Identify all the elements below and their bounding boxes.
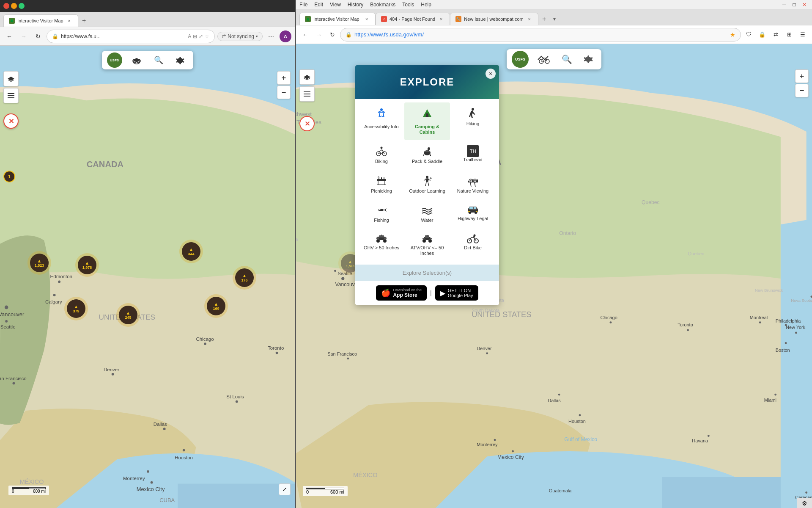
explore-item-hiking[interactable]: Hiking bbox=[450, 102, 496, 140]
zoom-in-left[interactable]: + bbox=[277, 71, 291, 85]
list-side-btn-right[interactable] bbox=[299, 86, 315, 102]
window-controls-right: ─ □ ✕ bbox=[780, 1, 809, 8]
left-map-toolbar: USFS bbox=[102, 51, 193, 69]
tab-1-label: 404 - Page Not Found bbox=[390, 17, 435, 22]
menu-edit[interactable]: Edit bbox=[314, 2, 323, 8]
shield-btn[interactable]: 🛡 bbox=[743, 29, 754, 41]
cluster-176[interactable]: ▲ 176 bbox=[233, 266, 256, 290]
minimize-window-btn[interactable] bbox=[11, 3, 17, 9]
layers-side-btn-right[interactable] bbox=[299, 69, 315, 85]
explore-item-outdoor-learning[interactable]: Outdoor Learning bbox=[404, 170, 450, 199]
tab-2-close[interactable]: × bbox=[526, 16, 533, 22]
tab-overflow-btn[interactable]: ▾ bbox=[550, 13, 559, 25]
layers-icon-left[interactable] bbox=[129, 52, 144, 68]
right-address-bar[interactable]: 🔒 https://www.fs.usda.gov/ivm/ ★ bbox=[340, 28, 741, 41]
explore-item-camping[interactable]: Camping & Cabins bbox=[404, 102, 450, 140]
menu-history[interactable]: History bbox=[348, 2, 363, 8]
cluster-1978[interactable]: ▲ 1,978 bbox=[75, 253, 99, 277]
tab-1-close[interactable]: × bbox=[438, 16, 444, 22]
sync-badge[interactable]: ⇄ Not syncing ▾ bbox=[217, 32, 263, 41]
cluster-169[interactable]: ▲ 169 bbox=[204, 294, 228, 318]
explore-item-nature-viewing[interactable]: Nature Viewing bbox=[450, 170, 496, 199]
settings-icon-left[interactable] bbox=[173, 52, 188, 68]
app-store-btn[interactable]: 🍎 Download on the App Store bbox=[376, 285, 427, 301]
reload-btn[interactable]: ↻ bbox=[32, 30, 44, 42]
explore-item-biking[interactable]: Biking bbox=[359, 140, 404, 169]
menu-tools[interactable]: Tools bbox=[402, 2, 414, 8]
restore-btn-right[interactable]: □ bbox=[790, 1, 798, 8]
right-zoom-controls: + − bbox=[795, 69, 809, 97]
zoom-in-right[interactable]: + bbox=[795, 69, 809, 83]
svg-point-69 bbox=[334, 270, 336, 272]
profile-btn-left[interactable]: A bbox=[280, 30, 291, 42]
cluster-379[interactable]: ▲ 379 bbox=[64, 297, 88, 320]
menu-file[interactable]: File bbox=[299, 2, 307, 8]
atv-svg bbox=[421, 233, 433, 243]
search-icon-left[interactable]: 🔍 bbox=[151, 52, 166, 68]
pack-saddle-label: Pack & Saddle bbox=[412, 159, 442, 164]
search-icon-right[interactable]: 🔍 bbox=[559, 52, 574, 67]
cluster-245[interactable]: ▲ 245 bbox=[116, 303, 140, 327]
minimize-btn-right[interactable]: ─ bbox=[780, 1, 788, 8]
explore-item-trailhead[interactable]: TH Trailhead bbox=[450, 140, 496, 169]
explore-item-ohv[interactable]: OHV > 50 Inches bbox=[359, 228, 404, 261]
accessibility-label: Accessibility Info bbox=[364, 124, 398, 130]
explore-item-accessibility[interactable]: Accessibility Info bbox=[359, 102, 404, 140]
svg-text:Guatemala: Guatemala bbox=[549, 488, 572, 493]
list-side-btn[interactable] bbox=[3, 88, 19, 103]
explore-item-fishing[interactable]: Fishing bbox=[359, 199, 404, 228]
right-tab-2[interactable]: 🔧 New Issue | webcompat.com × bbox=[450, 13, 538, 25]
forward-btn[interactable]: → bbox=[18, 30, 30, 42]
left-new-tab-btn[interactable]: + bbox=[78, 15, 90, 27]
left-active-tab[interactable]: 🌲 Interactive Visitor Map × bbox=[3, 14, 78, 27]
right-tab-1[interactable]: ⚠ 404 - Page Not Found × bbox=[376, 13, 450, 25]
explore-item-atv[interactable]: ATV/OHV <= 50 Inches bbox=[404, 228, 450, 261]
right-tab-0[interactable]: 🌲 Interactive Visitor Map × bbox=[299, 13, 376, 25]
forward-btn-right[interactable]: → bbox=[313, 29, 325, 41]
layers-side-btn[interactable] bbox=[3, 71, 19, 86]
settings-btn-right[interactable]: ⚙ bbox=[797, 498, 812, 508]
close-window-btn[interactable] bbox=[3, 3, 9, 9]
back-btn[interactable]: ← bbox=[3, 30, 15, 42]
left-tab-close[interactable]: × bbox=[66, 17, 73, 24]
explore-close-btn[interactable]: × bbox=[486, 69, 496, 79]
outdoor-learning-icon bbox=[421, 175, 433, 188]
cluster-344[interactable]: ▲ 344 bbox=[179, 240, 203, 263]
address-bar[interactable]: 🔒 https://www.fs.u... A ⊞ ⤢ ☆ bbox=[47, 30, 215, 43]
reload-btn-right[interactable]: ↻ bbox=[326, 29, 338, 41]
right-new-tab-btn[interactable]: + bbox=[538, 13, 550, 25]
close-map-right[interactable]: ✕ bbox=[299, 116, 315, 131]
svg-point-101 bbox=[774, 394, 776, 396]
close-btn-right[interactable]: ✕ bbox=[800, 1, 809, 8]
explore-selection-btn[interactable]: Explore Selection(s) bbox=[403, 270, 452, 276]
zoom-out-left[interactable]: − bbox=[277, 86, 291, 99]
more-btn-left[interactable]: ⋯ bbox=[265, 30, 277, 42]
hamburger-btn[interactable]: ☰ bbox=[797, 29, 809, 41]
close-map-left[interactable]: ✕ bbox=[3, 113, 19, 129]
explore-item-water[interactable]: Water bbox=[404, 199, 450, 228]
explore-item-pack-saddle[interactable]: Pack & Saddle bbox=[404, 140, 450, 169]
expand-btn-left[interactable]: ⤢ bbox=[279, 483, 291, 495]
back-btn-right[interactable]: ← bbox=[299, 29, 311, 41]
explore-item-picnicking[interactable]: Picnicking bbox=[359, 170, 404, 199]
app-store-sm-label: Download on the bbox=[393, 288, 422, 292]
menu-bookmarks[interactable]: Bookmarks bbox=[370, 2, 395, 8]
maximize-window-btn[interactable] bbox=[19, 3, 25, 9]
reader-btn[interactable]: 🔒 bbox=[756, 29, 768, 41]
tab-0-close[interactable]: × bbox=[363, 16, 370, 22]
sync-btn-right[interactable]: ⇄ bbox=[770, 29, 782, 41]
activity-icon-right[interactable] bbox=[535, 51, 552, 68]
explore-item-dirt-bike[interactable]: Dirt Bike bbox=[450, 228, 496, 261]
svg-rect-140 bbox=[384, 237, 387, 239]
extensions-btn[interactable]: ⊞ bbox=[783, 29, 795, 41]
menu-help[interactable]: Help bbox=[421, 2, 431, 8]
explore-panel: EXPLORE × bbox=[355, 65, 499, 305]
zoom-out-right[interactable]: − bbox=[795, 84, 809, 97]
cluster-1523[interactable]: ▲ 1,523 bbox=[27, 251, 51, 275]
svg-point-34 bbox=[147, 470, 149, 473]
settings-icon-right[interactable] bbox=[581, 52, 596, 67]
menu-view[interactable]: View bbox=[330, 2, 341, 8]
explore-item-highway-legal[interactable]: Highway Legal bbox=[450, 199, 496, 228]
google-play-btn[interactable]: ▶ GET IT ON Google Play bbox=[435, 285, 478, 301]
right-nav-bar: ← → ↻ 🔒 https://www.fs.usda.gov/ivm/ ★ 🛡… bbox=[296, 25, 812, 44]
